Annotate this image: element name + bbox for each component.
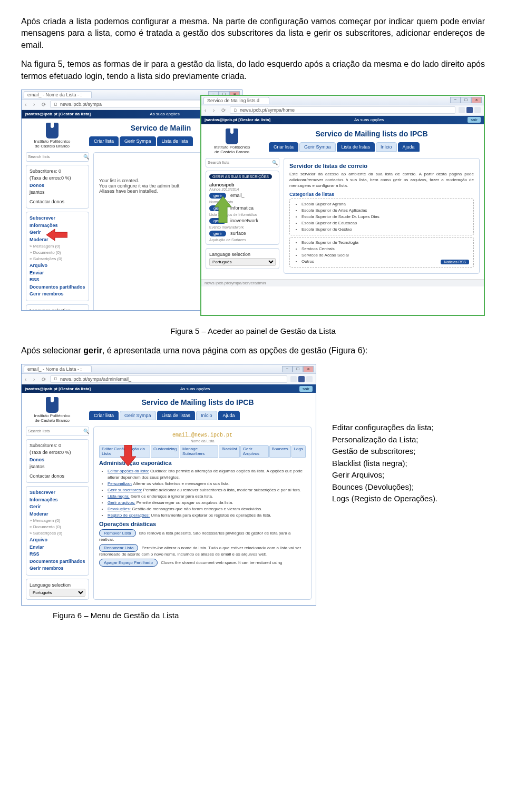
rename-list-button[interactable]: Renomear Lista xyxy=(99,544,138,552)
subtab-manage-subscribers[interactable]: Manage Subscribers xyxy=(180,445,218,458)
window-close-icon[interactable]: × xyxy=(471,97,482,103)
tab-inicio[interactable]: Início xyxy=(196,411,217,420)
tab-inicio[interactable]: Início xyxy=(376,142,397,152)
contact-owners-link[interactable]: Contactar donos xyxy=(30,473,85,480)
ext-icon[interactable] xyxy=(459,107,465,113)
gerir-pill[interactable]: gerir xyxy=(209,231,226,236)
window-maximize-icon[interactable]: □ xyxy=(293,366,303,372)
logout-button[interactable]: sair xyxy=(468,117,481,123)
category-link[interactable]: Escola Superior Agraria xyxy=(301,201,469,207)
sidebar-archive[interactable]: Arquivo xyxy=(30,262,85,270)
category-link[interactable]: Escola Superior de Artes Aplicadas xyxy=(301,207,469,214)
opt-subscribers: Gestão de subscritores; xyxy=(332,445,485,458)
subtab-logs[interactable]: Logs xyxy=(291,445,306,458)
search-icon[interactable]: 🔍 xyxy=(83,154,89,160)
tab-criar-lista[interactable]: Criar lista xyxy=(89,136,119,146)
menu-icon[interactable] xyxy=(306,376,313,382)
nav-reload-icon[interactable]: ⟳ xyxy=(42,102,47,107)
address-bar[interactable]: 🗋news.ipcb.pt/sympa/admin/email_ xyxy=(50,375,287,383)
window-close-icon[interactable]: × xyxy=(303,366,314,372)
sidebar-info[interactable]: Informações xyxy=(30,497,85,504)
tab-lista-de-listas[interactable]: Lista de lista xyxy=(157,136,193,146)
category-link[interactable]: Escola Superior de Educacao xyxy=(301,220,469,226)
subtab-customizing[interactable]: Customizing xyxy=(151,445,179,458)
tab-gerir-sympa[interactable]: Gerir Sympa xyxy=(120,411,156,420)
sidebar-manage-members[interactable]: Gerir membros xyxy=(30,565,85,572)
nav-back-icon[interactable]: ‹ xyxy=(25,377,30,382)
facebook-icon[interactable] xyxy=(298,376,305,382)
sidebar-send[interactable]: Enviar xyxy=(30,270,85,277)
search-lists-input[interactable]: 🔍 xyxy=(26,152,89,162)
subtab-blacklist[interactable]: Blacklist xyxy=(219,445,239,458)
admin-link-blacklist[interactable]: Lista negra: xyxy=(108,494,130,499)
subscriptions-panel: GERIR AS SUAS SUBSCRIÇÕES alunosipcb Alu… xyxy=(206,171,279,245)
nav-back-icon[interactable]: ‹ xyxy=(25,102,30,107)
user-options-link[interactable]: As suas opções xyxy=(91,387,299,391)
tab-ajuda[interactable]: Ajuda xyxy=(398,142,420,152)
tab-lista-de-listas[interactable]: Lista de listas xyxy=(157,411,196,420)
tab-ajuda[interactable]: Ajuda xyxy=(218,411,240,420)
sidebar-rss[interactable]: RSS xyxy=(30,276,85,284)
language-select[interactable]: Português xyxy=(209,258,276,266)
tab-gerir-sympa[interactable]: Gerir Sympa xyxy=(299,142,336,152)
nav-back-icon[interactable]: ‹ xyxy=(205,107,210,113)
nav-reload-icon[interactable]: ⟳ xyxy=(42,377,47,382)
category-link[interactable]: Escola Superior de Tecnologia xyxy=(301,240,469,246)
facebook-icon[interactable] xyxy=(466,107,473,113)
delete-shared-button[interactable]: Apagar Espaço Partilhado xyxy=(99,559,158,567)
tab-criar-lista[interactable]: Criar lista xyxy=(269,142,298,152)
user-options-link[interactable]: As suas opções xyxy=(270,117,468,122)
tab-gerir-sympa[interactable]: Gerir Sympa xyxy=(120,136,156,146)
contact-owners-link[interactable]: Contactar donos xyxy=(30,199,85,206)
sidebar-manage-members[interactable]: Gerir membros xyxy=(30,291,85,298)
tab-lista-de-listas[interactable]: Lista de listas xyxy=(337,142,375,152)
window-minimize-icon[interactable]: − xyxy=(450,97,461,103)
menu-icon[interactable] xyxy=(474,107,481,113)
subtab-bounces[interactable]: Bounces xyxy=(269,445,291,458)
ext-icon[interactable] xyxy=(290,376,297,382)
subtab-gerir-arquivos[interactable]: Gerir Arquivos xyxy=(240,445,269,458)
nav-reload-icon[interactable]: ⟳ xyxy=(221,107,227,113)
search-icon[interactable]: 🔍 xyxy=(272,160,277,165)
category-link[interactable]: Servicos Centrais xyxy=(301,246,469,252)
category-link[interactable]: Servicos de Accao Social xyxy=(301,252,469,259)
logout-button[interactable]: sair xyxy=(299,386,313,392)
admin-link-archives[interactable]: Gerir arquivos: xyxy=(108,500,135,505)
nav-forward-icon[interactable]: › xyxy=(33,102,38,107)
nav-forward-icon[interactable]: › xyxy=(213,107,218,113)
search-lists-input[interactable]: 🔍 xyxy=(26,427,89,436)
sidebar-archive[interactable]: Arquivo xyxy=(30,537,85,544)
browser-tab[interactable]: email_ - Nome da Lista - : xyxy=(24,365,92,372)
search-lists-input[interactable]: 🔍 xyxy=(206,158,279,167)
address-bar[interactable]: 🗋news.ipcb.pt/sympa/home xyxy=(230,106,455,114)
admin-link-subscribers[interactable]: Gerir subscritores: xyxy=(108,488,142,492)
nav-forward-icon[interactable]: › xyxy=(33,377,38,382)
address-bar[interactable]: 🗋news.ipcb.pt/sympa xyxy=(50,101,213,108)
admin-link-personalize[interactable]: Personalizar: xyxy=(108,481,132,486)
sidebar-shared-docs[interactable]: Documentos partilhados xyxy=(30,284,85,291)
admin-link-bounces[interactable]: Devoluções: xyxy=(108,507,131,511)
sidebar-send[interactable]: Enviar xyxy=(30,544,85,551)
tab-criar-lista[interactable]: Criar lista xyxy=(89,411,119,420)
window-maximize-icon[interactable]: □ xyxy=(461,97,471,103)
list-item[interactable]: alunosipcb xyxy=(209,182,276,187)
sidebar-rss[interactable]: RSS xyxy=(30,551,85,558)
browser-tab[interactable]: Servico de Mailing lists d xyxy=(203,97,269,104)
admin-link-edit[interactable]: Editar opções da lista: xyxy=(108,469,149,473)
language-select[interactable]: Português xyxy=(30,589,85,597)
sidebar-subscribe[interactable]: Subscrever xyxy=(30,489,85,497)
figure-5-caption: Figura 5 – Aceder ao painel de Gestão da… xyxy=(21,326,485,335)
sidebar-subscribe[interactable]: Subscrever xyxy=(30,215,85,222)
remove-list-button[interactable]: Remover Lista xyxy=(99,529,136,537)
search-icon[interactable]: 🔍 xyxy=(83,429,89,434)
window-minimize-icon[interactable]: − xyxy=(282,366,293,372)
sidebar-gerir[interactable]: Gerir xyxy=(30,503,85,511)
category-link[interactable]: Escola Superior de Saude Dr. Lopes Dias xyxy=(301,214,469,220)
admin-link-logs[interactable]: Registo de operações: xyxy=(108,513,150,518)
sidebar-moderate[interactable]: Moderar xyxy=(30,511,85,518)
category-link[interactable]: Escola Superior de Gestao xyxy=(301,226,469,233)
institution-name: Instituto Politécnicode Castelo Branco xyxy=(26,140,79,149)
sidebar-shared-docs[interactable]: Documentos partilhados xyxy=(30,558,85,566)
rss-badge[interactable]: Notícias RSS xyxy=(441,260,469,264)
browser-tab[interactable]: email_ - Nome da Lista - : xyxy=(24,91,92,98)
